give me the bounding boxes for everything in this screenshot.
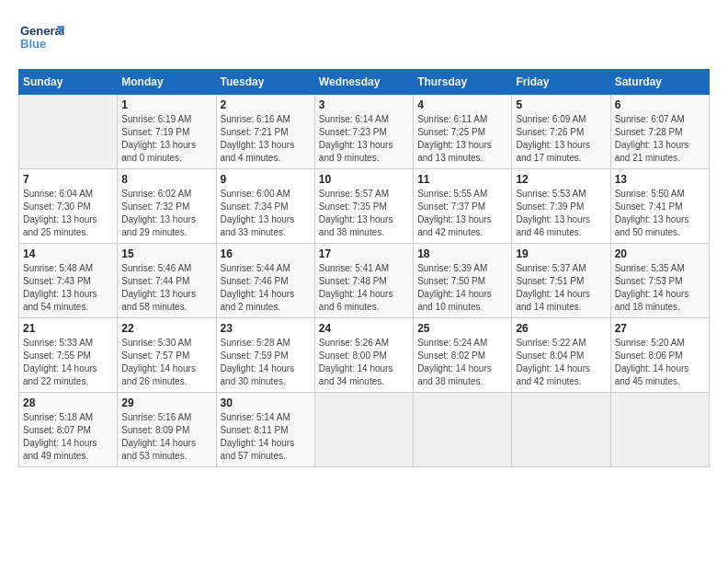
- calendar-cell: 2Sunrise: 6:16 AM Sunset: 7:21 PM Daylig…: [216, 95, 314, 169]
- calendar-table: SundayMondayTuesdayWednesdayThursdayFrid…: [18, 69, 710, 467]
- day-number: 22: [121, 322, 211, 335]
- day-info: Sunrise: 5:20 AM Sunset: 8:06 PM Dayligh…: [615, 337, 705, 388]
- calendar-cell: 26Sunrise: 5:22 AM Sunset: 8:04 PM Dayli…: [512, 318, 610, 393]
- day-info: Sunrise: 5:46 AM Sunset: 7:44 PM Dayligh…: [121, 262, 211, 314]
- day-number: 8: [121, 173, 211, 186]
- day-info: Sunrise: 5:33 AM Sunset: 7:55 PM Dayligh…: [23, 337, 113, 388]
- day-number: 19: [516, 247, 606, 260]
- day-header-tuesday: Tuesday: [216, 70, 314, 95]
- day-number: 25: [417, 322, 507, 335]
- calendar-week-row: 1Sunrise: 6:19 AM Sunset: 7:19 PM Daylig…: [19, 95, 710, 169]
- calendar-cell: [314, 393, 413, 467]
- day-number: 16: [221, 247, 311, 260]
- calendar-cell: 11Sunrise: 5:55 AM Sunset: 7:37 PM Dayli…: [414, 169, 512, 244]
- day-info: Sunrise: 6:04 AM Sunset: 7:30 PM Dayligh…: [23, 188, 113, 239]
- calendar-cell: 12Sunrise: 5:53 AM Sunset: 7:39 PM Dayli…: [512, 169, 610, 244]
- calendar-cell: [19, 95, 118, 169]
- calendar-cell: 7Sunrise: 6:04 AM Sunset: 7:30 PM Daylig…: [19, 169, 118, 244]
- calendar-cell: 5Sunrise: 6:09 AM Sunset: 7:26 PM Daylig…: [512, 95, 610, 169]
- day-header-monday: Monday: [118, 70, 216, 95]
- calendar-week-row: 14Sunrise: 5:48 AM Sunset: 7:43 PM Dayli…: [19, 244, 710, 318]
- calendar-cell: 25Sunrise: 5:24 AM Sunset: 8:02 PM Dayli…: [414, 318, 512, 393]
- day-info: Sunrise: 5:57 AM Sunset: 7:35 PM Dayligh…: [319, 188, 409, 239]
- page-header: General Blue: [18, 18, 710, 60]
- day-info: Sunrise: 5:28 AM Sunset: 7:59 PM Dayligh…: [221, 337, 311, 388]
- calendar-cell: 3Sunrise: 6:14 AM Sunset: 7:23 PM Daylig…: [314, 95, 413, 169]
- calendar-cell: 13Sunrise: 5:50 AM Sunset: 7:41 PM Dayli…: [610, 169, 709, 244]
- day-info: Sunrise: 5:24 AM Sunset: 8:02 PM Dayligh…: [417, 337, 507, 388]
- calendar-week-row: 21Sunrise: 5:33 AM Sunset: 7:55 PM Dayli…: [19, 318, 710, 393]
- day-info: Sunrise: 5:48 AM Sunset: 7:43 PM Dayligh…: [23, 262, 113, 314]
- calendar-cell: 17Sunrise: 5:41 AM Sunset: 7:48 PM Dayli…: [314, 244, 413, 318]
- calendar-week-row: 28Sunrise: 5:18 AM Sunset: 8:07 PM Dayli…: [19, 393, 710, 467]
- day-info: Sunrise: 5:44 AM Sunset: 7:46 PM Dayligh…: [221, 262, 311, 314]
- day-number: 15: [121, 247, 211, 260]
- day-number: 23: [221, 322, 311, 335]
- logo-svg: General Blue: [18, 18, 64, 60]
- day-header-thursday: Thursday: [414, 70, 512, 95]
- day-info: Sunrise: 5:53 AM Sunset: 7:39 PM Dayligh…: [516, 188, 606, 239]
- day-info: Sunrise: 5:41 AM Sunset: 7:48 PM Dayligh…: [319, 262, 409, 314]
- day-number: 4: [417, 98, 507, 111]
- day-info: Sunrise: 5:22 AM Sunset: 8:04 PM Dayligh…: [516, 337, 606, 388]
- day-info: Sunrise: 6:14 AM Sunset: 7:23 PM Dayligh…: [319, 113, 409, 165]
- day-number: 6: [615, 98, 705, 111]
- day-number: 17: [319, 247, 409, 260]
- day-info: Sunrise: 5:37 AM Sunset: 7:51 PM Dayligh…: [516, 262, 606, 314]
- day-info: Sunrise: 5:50 AM Sunset: 7:41 PM Dayligh…: [615, 188, 705, 239]
- calendar-cell: [512, 393, 610, 467]
- day-info: Sunrise: 6:02 AM Sunset: 7:32 PM Dayligh…: [121, 188, 211, 239]
- calendar-cell: 24Sunrise: 5:26 AM Sunset: 8:00 PM Dayli…: [314, 318, 413, 393]
- day-info: Sunrise: 5:35 AM Sunset: 7:53 PM Dayligh…: [615, 262, 705, 314]
- calendar-cell: 4Sunrise: 6:11 AM Sunset: 7:25 PM Daylig…: [414, 95, 512, 169]
- calendar-cell: 10Sunrise: 5:57 AM Sunset: 7:35 PM Dayli…: [314, 169, 413, 244]
- day-header-wednesday: Wednesday: [314, 70, 413, 95]
- calendar-cell: 15Sunrise: 5:46 AM Sunset: 7:44 PM Dayli…: [118, 244, 216, 318]
- day-info: Sunrise: 5:18 AM Sunset: 8:07 PM Dayligh…: [23, 411, 113, 463]
- day-number: 20: [615, 247, 705, 260]
- calendar-cell: [610, 393, 709, 467]
- calendar-week-row: 7Sunrise: 6:04 AM Sunset: 7:30 PM Daylig…: [19, 169, 710, 244]
- day-info: Sunrise: 5:14 AM Sunset: 8:11 PM Dayligh…: [221, 411, 311, 463]
- day-number: 11: [417, 173, 507, 186]
- calendar-cell: 21Sunrise: 5:33 AM Sunset: 7:55 PM Dayli…: [19, 318, 118, 393]
- day-number: 30: [221, 396, 311, 409]
- day-number: 5: [516, 98, 606, 111]
- day-number: 2: [221, 98, 311, 111]
- day-number: 9: [221, 173, 311, 186]
- calendar-cell: 27Sunrise: 5:20 AM Sunset: 8:06 PM Dayli…: [610, 318, 709, 393]
- day-number: 18: [417, 247, 507, 260]
- day-number: 29: [121, 396, 211, 409]
- day-number: 14: [23, 247, 113, 260]
- day-info: Sunrise: 6:09 AM Sunset: 7:26 PM Dayligh…: [516, 113, 606, 165]
- day-number: 3: [319, 98, 409, 111]
- calendar-cell: 22Sunrise: 5:30 AM Sunset: 7:57 PM Dayli…: [118, 318, 216, 393]
- calendar-cell: 19Sunrise: 5:37 AM Sunset: 7:51 PM Dayli…: [512, 244, 610, 318]
- day-number: 24: [319, 322, 409, 335]
- svg-text:Blue: Blue: [20, 37, 46, 51]
- calendar-cell: 9Sunrise: 6:00 AM Sunset: 7:34 PM Daylig…: [216, 169, 314, 244]
- day-info: Sunrise: 5:30 AM Sunset: 7:57 PM Dayligh…: [121, 337, 211, 388]
- day-info: Sunrise: 5:55 AM Sunset: 7:37 PM Dayligh…: [417, 188, 507, 239]
- day-info: Sunrise: 6:00 AM Sunset: 7:34 PM Dayligh…: [221, 188, 311, 239]
- calendar-cell: 8Sunrise: 6:02 AM Sunset: 7:32 PM Daylig…: [118, 169, 216, 244]
- day-number: 10: [319, 173, 409, 186]
- day-number: 7: [23, 173, 113, 186]
- day-number: 12: [516, 173, 606, 186]
- day-info: Sunrise: 5:39 AM Sunset: 7:50 PM Dayligh…: [417, 262, 507, 314]
- logo: General Blue: [18, 18, 64, 60]
- day-number: 21: [23, 322, 113, 335]
- day-header-friday: Friday: [512, 70, 610, 95]
- calendar-cell: 28Sunrise: 5:18 AM Sunset: 8:07 PM Dayli…: [19, 393, 118, 467]
- day-info: Sunrise: 6:19 AM Sunset: 7:19 PM Dayligh…: [121, 113, 211, 165]
- day-number: 28: [23, 396, 113, 409]
- calendar-cell: 14Sunrise: 5:48 AM Sunset: 7:43 PM Dayli…: [19, 244, 118, 318]
- calendar-cell: 30Sunrise: 5:14 AM Sunset: 8:11 PM Dayli…: [216, 393, 314, 467]
- day-info: Sunrise: 5:26 AM Sunset: 8:00 PM Dayligh…: [319, 337, 409, 388]
- calendar-cell: 29Sunrise: 5:16 AM Sunset: 8:09 PM Dayli…: [118, 393, 216, 467]
- day-info: Sunrise: 6:07 AM Sunset: 7:28 PM Dayligh…: [615, 113, 705, 165]
- calendar-header-row: SundayMondayTuesdayWednesdayThursdayFrid…: [19, 70, 710, 95]
- calendar-cell: 20Sunrise: 5:35 AM Sunset: 7:53 PM Dayli…: [610, 244, 709, 318]
- day-info: Sunrise: 5:16 AM Sunset: 8:09 PM Dayligh…: [121, 411, 211, 463]
- day-number: 26: [516, 322, 606, 335]
